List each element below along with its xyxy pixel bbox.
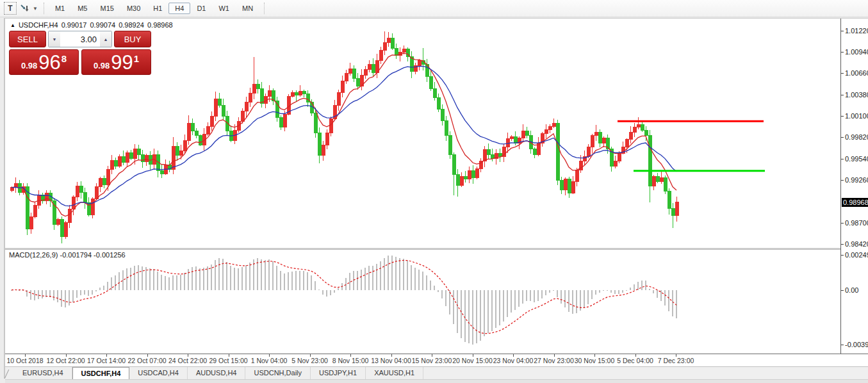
date-label: 5 Dec 04:00 (617, 357, 653, 364)
status-strip (5, 379, 868, 383)
current-price-tag: 0.98968 (842, 198, 868, 207)
macd-tick-label: 0.002492 (845, 251, 868, 259)
symbol-period-label: USDCHF,H4 (19, 21, 58, 29)
macd-name: MACD(12,26,9) (9, 251, 58, 259)
macd-panel[interactable]: MACD(12,26,9) -0.001794 -0.001256 (5, 250, 840, 354)
macd-indicator-label: MACD(12,26,9) -0.001794 -0.001256 (9, 251, 126, 259)
sell-price-big: 96 (38, 53, 60, 72)
macd-signal-value: -0.001256 (94, 251, 126, 259)
axis-tick (841, 73, 844, 74)
chart-tab-audusd[interactable]: AUDUSD,H4 (188, 367, 246, 379)
sell-button[interactable]: SELL (9, 31, 46, 47)
date-label: 12 Oct 22:00 (46, 357, 85, 364)
timeframe-button-h1[interactable]: H1 (147, 3, 168, 14)
date-label: 22 Oct 07:00 (127, 357, 166, 364)
macd-plot (5, 250, 840, 354)
macd-value: -0.001794 (60, 251, 92, 259)
price-tick-label: 1.01220 (845, 27, 868, 35)
date-label: 24 Oct 22:00 (168, 357, 207, 364)
sell-price-button[interactable]: 0.98 96 8 (9, 49, 79, 75)
chart-tab-usdcad[interactable]: USDCAD,H4 (129, 367, 188, 379)
one-click-trade-panel: SELL ▼ ▲ BUY 0.98 96 8 0.98 (9, 31, 151, 75)
sell-price-prefix: 0.98 (21, 61, 37, 70)
date-label: 13 Nov 04:00 (371, 357, 411, 364)
buy-price-big: 99 (111, 53, 133, 72)
timeframe-button-mn[interactable]: MN (236, 3, 259, 14)
date-label: 10 Oct 2018 (6, 357, 43, 364)
axis-tick (841, 290, 844, 291)
buy-price-prefix: 0.98 (94, 61, 110, 70)
price-tick-label: 0.99260 (845, 176, 868, 184)
axis-tick (841, 31, 844, 31)
mt4-window: T ▼ M1M5M15M30H1H4D1W1MN ▲ USDCHF,H4 0.9… (0, 0, 868, 383)
date-axis[interactable]: 10 Oct 201812 Oct 22:0017 Oct 14:0022 Oc… (5, 354, 868, 366)
buy-button[interactable]: BUY (114, 31, 151, 47)
date-label: 27 Nov 23:00 (534, 357, 573, 364)
date-label: 29 Oct 15:00 (209, 357, 247, 364)
chart-title: ▲ USDCHF,H4 0.99017 0.99074 0.98924 0.98… (10, 21, 173, 29)
price-tick-label: 1.00660 (845, 69, 868, 77)
tab-bar-edge (4, 370, 15, 379)
price-tick-label: 0.99820 (845, 133, 868, 141)
ohlc-close: 0.98968 (147, 21, 173, 29)
chart-tab-xauusd[interactable]: XAUUSD,H1 (366, 367, 423, 379)
chart-tab-usdchf[interactable]: USDCHF,H4 (72, 367, 130, 379)
date-label: 1 Nov 04:00 (251, 357, 288, 364)
text-tool-icon[interactable]: T (4, 2, 17, 15)
timeframe-button-m15[interactable]: M15 (94, 3, 120, 14)
axis-tick (841, 116, 844, 117)
timeframe-group: M1M5M15M30H1H4D1W1MN (49, 3, 259, 14)
axis-tick (841, 255, 844, 256)
volume-input[interactable] (60, 31, 100, 47)
date-label: 7 Dec 23:00 (658, 357, 694, 364)
axis-tick (841, 345, 844, 345)
chart-tab-usdjpy[interactable]: USDJPY,H1 (311, 367, 366, 379)
chart-window: ▲ USDCHF,H4 0.99017 0.99074 0.98924 0.98… (4, 18, 868, 379)
timeframe-button-m5[interactable]: M5 (71, 3, 94, 14)
axis-tick (841, 52, 844, 53)
sell-price-pip: 8 (61, 53, 67, 64)
chevron-down-icon[interactable]: ▼ (33, 6, 38, 12)
toolbar: T ▼ M1M5M15M30H1H4D1W1MN (0, 0, 868, 17)
axis-tick (841, 244, 844, 245)
timeframe-button-h4[interactable]: H4 (168, 3, 190, 14)
price-tick-label: 0.99540 (845, 155, 868, 163)
buy-price-button[interactable]: 0.98 99 1 (81, 49, 151, 75)
price-tick-label: 0.98700 (845, 219, 868, 227)
timeframe-button-d1[interactable]: D1 (190, 3, 212, 14)
chart-tab-usdcnh[interactable]: USDCNH,Daily (245, 367, 311, 379)
axis-tick (841, 159, 844, 159)
volume-increase-button[interactable]: ▲ (100, 31, 111, 47)
date-label: 30 Nov 15:00 (575, 357, 614, 364)
date-label: 8 Nov 15:00 (332, 357, 369, 364)
chart-tab-eurusd[interactable]: EURUSD,H4 (14, 367, 72, 379)
date-label: 5 Nov 23:00 (291, 357, 328, 364)
ohlc-high: 0.99074 (90, 21, 115, 29)
buy-price-pip: 1 (134, 53, 139, 64)
price-tick-label: 1.00100 (845, 112, 868, 120)
price-tick-label: 1.00380 (845, 91, 868, 99)
collapse-arrow-icon[interactable]: ▲ (10, 22, 15, 28)
price-tick-label: 0.98420 (845, 240, 868, 248)
arrows-tool-icon[interactable]: ▼ (19, 2, 38, 15)
ohlc-open: 0.99017 (61, 21, 87, 29)
axis-tick (841, 95, 844, 95)
ohlc-low: 0.98924 (119, 21, 144, 29)
price-axis[interactable]: 1.012201.009401.006601.003801.001000.998… (840, 19, 868, 354)
date-label: 17 Oct 14:00 (87, 357, 126, 364)
price-chart-area[interactable]: ▲ USDCHF,H4 0.99017 0.99074 0.98924 0.98… (5, 19, 840, 249)
timeframe-button-w1[interactable]: W1 (212, 3, 236, 14)
timeframe-button-m30[interactable]: M30 (120, 3, 147, 14)
chart-tab-bar: EURUSD,H4USDCHF,H4USDCAD,H4AUDUSD,H4USDC… (5, 366, 868, 379)
axis-tick (841, 137, 844, 138)
volume-control: ▼ ▲ (48, 31, 112, 47)
date-label: 15 Nov 23:00 (412, 357, 452, 364)
price-tick-label: 1.00940 (845, 48, 868, 56)
timeframe-button-m1[interactable]: M1 (49, 3, 71, 14)
volume-decrease-button[interactable]: ▼ (49, 31, 60, 47)
macd-tick-label: 0.00 (845, 286, 858, 294)
axis-tick (841, 223, 844, 224)
toolbar-separator (44, 3, 44, 14)
toolbar-separator (264, 3, 265, 14)
date-label: 20 Nov 15:00 (452, 357, 492, 364)
